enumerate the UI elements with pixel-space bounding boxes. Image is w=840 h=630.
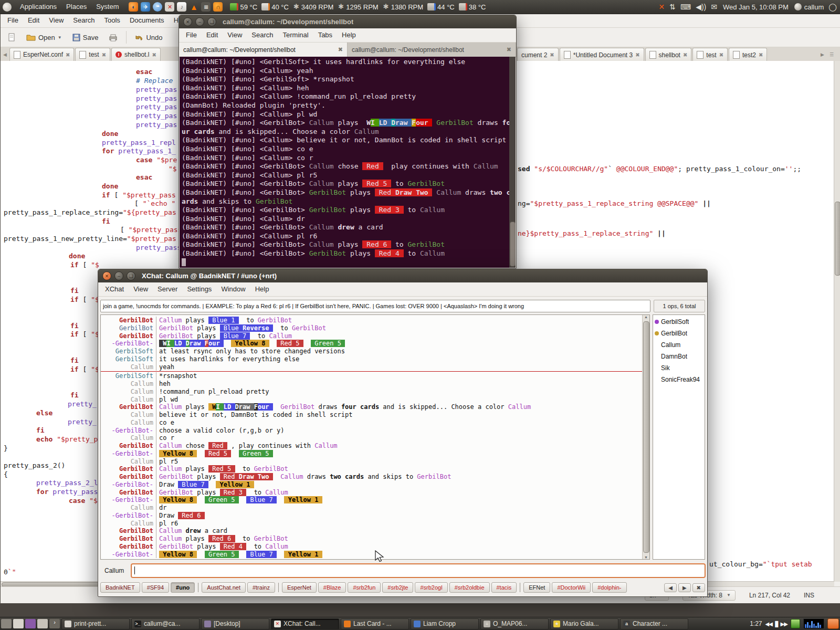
close-tab-icon[interactable]: ✖ [635, 52, 639, 58]
menu-edit[interactable]: Edit [23, 14, 44, 27]
menu-tabs[interactable]: Tabs [313, 28, 337, 42]
document-tab[interactable]: test✖ [75, 48, 110, 61]
minimize-icon[interactable]: – [195, 17, 204, 26]
user-menu[interactable]: callum [794, 3, 824, 11]
scrollbar-thumb[interactable] [643, 321, 649, 553]
tab-list-icon[interactable]: ☰ [827, 52, 836, 57]
tab-scroll-right-icon[interactable]: ▶ [818, 52, 827, 57]
user-list[interactable]: GerbilSoftGerbilBotCallumDamnBotSikSonic… [653, 314, 705, 560]
channel-tab-sf94[interactable]: #SF94 [142, 582, 169, 593]
tray-app-icon[interactable] [791, 619, 800, 628]
channel-tab-efnet[interactable]: EFNet [523, 582, 550, 593]
menu-system[interactable]: System [91, 0, 123, 14]
maximize-icon[interactable]: ❑ [127, 271, 135, 280]
taskbar-window-terminal[interactable]: >_callum@ca... [131, 618, 200, 629]
channel-tab-srb2fun[interactable]: #srb2fun [348, 582, 381, 593]
taskbar-window-desktop[interactable]: [Desktop] [201, 618, 269, 629]
channel-tab-srb2jte[interactable]: #srb2jte [382, 582, 413, 593]
menu-edit[interactable]: Edit [202, 28, 223, 42]
print-button[interactable] [105, 32, 121, 44]
document-tab[interactable]: cument 2✖ [517, 48, 559, 61]
close-tab-icon[interactable]: ✖ [683, 52, 687, 58]
thunderbird-icon[interactable]: ✈ [141, 2, 150, 12]
panel-clock[interactable]: Wed Jan 5, 10:08 PM [723, 3, 789, 11]
close-tab-icon[interactable]: ✖ [102, 52, 106, 58]
firefox-icon[interactable]: ◐ [129, 2, 138, 12]
media-pause-icon[interactable]: ▐▌ [773, 621, 781, 627]
close-icon[interactable]: ✕ [102, 271, 111, 280]
maximize-icon[interactable]: ❑ [207, 17, 216, 26]
menu-help[interactable]: Help [250, 282, 274, 296]
audio-editor-icon[interactable]: ∩ [213, 2, 223, 12]
taskbar-window-gedit[interactable]: ✎print-prett... [61, 618, 130, 629]
xchat-tray-icon[interactable]: ✕ [658, 3, 665, 11]
channel-tab-doctorwii[interactable]: #DoctorWii [552, 582, 591, 593]
menu-window[interactable]: Window [216, 282, 250, 296]
document-tab[interactable]: *Untitled Document 3✖ [560, 48, 644, 61]
scrollbar-thumb[interactable] [510, 222, 516, 267]
menu-applications[interactable]: Applications [15, 0, 61, 14]
close-tab-icon[interactable]: ✖ [759, 52, 763, 58]
empathy-icon[interactable]: ❝ [153, 2, 162, 12]
channel-tab-austchatnet[interactable]: AustChat.net [202, 582, 246, 593]
taskbar-mini-icon-5[interactable]: › [49, 619, 60, 628]
taskbar-mini-icon-2[interactable] [13, 619, 24, 628]
taskbar-mini-icon-4[interactable] [37, 619, 48, 628]
save-button[interactable]: Save [69, 32, 102, 44]
taskbar-mini-icon-3[interactable] [25, 619, 36, 628]
channel-tab-dolphin[interactable]: #dolphin- [592, 582, 626, 593]
close-tab-icon[interactable]: ✖ [719, 52, 723, 58]
tab-prev-icon[interactable]: ◀ [664, 583, 677, 592]
music-player-icon[interactable]: ♪ [177, 2, 186, 12]
mail-icon[interactable]: ✉ [711, 3, 717, 11]
menu-settings[interactable]: Settings [182, 282, 216, 296]
menu-view[interactable]: View [223, 28, 247, 42]
minimize-icon[interactable]: – [114, 271, 123, 280]
document-tab[interactable]: shellbot✖ [645, 48, 692, 61]
media-next-icon[interactable]: ▶▶ [781, 621, 788, 627]
close-tab-icon[interactable]: ✖ [152, 52, 156, 58]
taskbar-window-mario-galaxy[interactable]: ★Mario Gala... [550, 618, 618, 629]
channel-tab-espernet[interactable]: EsperNet [282, 582, 317, 593]
document-tab[interactable]: test2✖ [729, 48, 767, 61]
user-list-item[interactable]: GerbilSoft [653, 316, 705, 328]
menu-documents[interactable]: Documents [125, 14, 169, 27]
gedit-vertical-scrollbar[interactable] [834, 61, 840, 582]
channel-tab-trainz[interactable]: #trainz [247, 582, 275, 593]
terminal-tab[interactable]: callum@callum: ~/Development/shellbot✖ [179, 43, 348, 57]
terminal-titlebar[interactable]: ✕ – ❑ callum@callum: ~/Development/shell… [179, 15, 516, 28]
close-icon[interactable]: ✕ [183, 17, 192, 26]
menu-view[interactable]: View [44, 14, 68, 27]
tab-scroll-left-icon[interactable]: ◀ [1, 52, 9, 57]
media-prev-icon[interactable]: ◀◀ [765, 621, 773, 627]
terminal-scrollbar[interactable] [509, 57, 516, 268]
menu-places[interactable]: Places [61, 0, 91, 14]
new-document-button[interactable] [4, 31, 19, 44]
nick-button[interactable]: Callum [100, 565, 128, 576]
document-tab[interactable]: !shellbot.l✖ [111, 48, 161, 61]
chat-messages[interactable]: GerbilBotCallum plays Blue 1 to GerbilBo… [101, 315, 642, 559]
menu-search[interactable]: Search [68, 14, 99, 27]
taskbar-window-character-map[interactable]: aCharacter ... [620, 618, 688, 629]
video-editor-icon[interactable]: ▦ [201, 2, 211, 12]
distributor-logo-icon[interactable] [3, 3, 12, 12]
channel-tab-srb2ogl[interactable]: #srb2ogl [415, 582, 447, 593]
terminal-body[interactable]: (BadnikNET) [#uno] <GerbilSoft> it uses … [180, 57, 516, 268]
taskbar-window-xchat[interactable]: ✕XChat: Call... [271, 618, 339, 629]
document-tab[interactable]: EsperNet.conf✖ [9, 48, 74, 61]
user-list-item[interactable]: DamnBot [653, 351, 705, 362]
taskbar-mini-icon-1[interactable] [1, 619, 12, 628]
channel-tab-srb2oldbie[interactable]: #srb2oldbie [449, 582, 490, 593]
close-tab-icon[interactable]: ✖ [550, 52, 554, 58]
menu-help[interactable]: Help [337, 28, 361, 42]
menu-search[interactable]: Search [247, 28, 278, 42]
keyboard-icon[interactable]: ⌨ [680, 3, 691, 11]
user-list-item[interactable]: Callum [653, 339, 705, 351]
channel-tab-tacis[interactable]: #tacis [491, 582, 517, 593]
user-list-item[interactable]: SonicFreak94 [653, 374, 705, 385]
xchat-icon[interactable]: ✕ [165, 2, 174, 12]
vlc-icon[interactable]: ▲ [189, 2, 198, 12]
xchat-titlebar[interactable]: ✕ – ❑ XChat: Callum @ BadnikNET / #uno (… [98, 269, 707, 282]
channel-tab-badniknet[interactable]: BadnikNET [100, 582, 140, 593]
document-tab[interactable]: test✖ [692, 48, 728, 61]
